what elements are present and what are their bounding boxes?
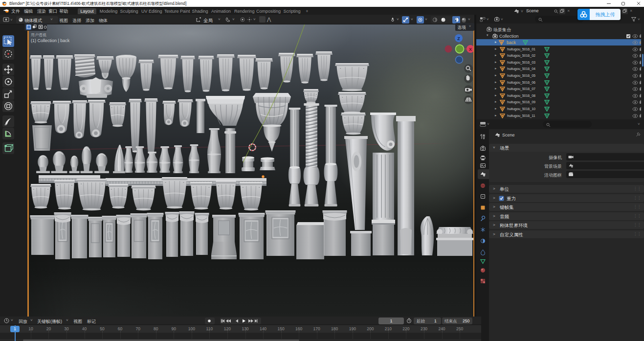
svg-text:用户透视: 用户透视 <box>31 33 46 37</box>
svg-text:Z: Z <box>457 36 460 41</box>
svg-text:X: X <box>469 47 472 52</box>
svg-text:(1) Collection | back: (1) Collection | back <box>31 38 70 43</box>
